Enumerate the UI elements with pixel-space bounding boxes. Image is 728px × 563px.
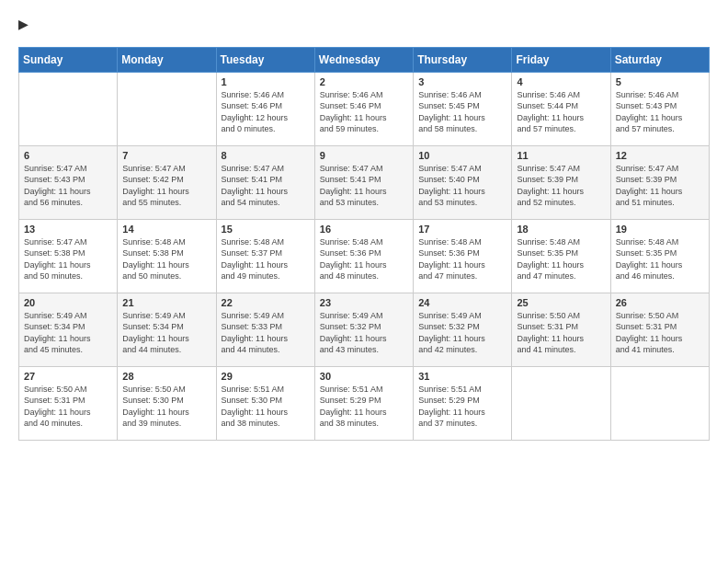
calendar-cell: 5Sunrise: 5:46 AM Sunset: 5:43 PM Daylig… [610,72,709,145]
day-number: 29 [222,371,310,382]
calendar-cell: 4Sunrise: 5:46 AM Sunset: 5:44 PM Daylig… [512,72,610,145]
day-info: Sunrise: 5:48 AM Sunset: 5:35 PM Dayligh… [517,236,605,282]
calendar-cell: 22Sunrise: 5:49 AM Sunset: 5:33 PM Dayli… [216,293,314,366]
calendar-cell: 9Sunrise: 5:47 AM Sunset: 5:41 PM Daylig… [314,145,413,219]
day-info: Sunrise: 5:48 AM Sunset: 5:37 PM Dayligh… [222,236,310,282]
calendar-cell: 30Sunrise: 5:51 AM Sunset: 5:29 PM Dayli… [314,366,413,440]
day-info: Sunrise: 5:50 AM Sunset: 5:31 PM Dayligh… [24,384,112,430]
calendar-cell: 1Sunrise: 5:46 AM Sunset: 5:46 PM Daylig… [216,72,314,145]
day-info: Sunrise: 5:47 AM Sunset: 5:43 PM Dayligh… [24,163,112,209]
day-info: Sunrise: 5:51 AM Sunset: 5:29 PM Dayligh… [320,384,408,430]
calendar-cell: 21Sunrise: 5:49 AM Sunset: 5:34 PM Dayli… [118,293,216,366]
day-number: 23 [320,297,408,308]
day-number: 20 [24,297,112,308]
day-number: 22 [222,297,310,308]
calendar-cell: 14Sunrise: 5:48 AM Sunset: 5:38 PM Dayli… [118,219,216,293]
day-number: 2 [320,76,408,87]
day-info: Sunrise: 5:46 AM Sunset: 5:46 PM Dayligh… [222,89,310,135]
weekday-header: Sunday [19,47,118,72]
day-number: 1 [222,76,310,87]
day-info: Sunrise: 5:46 AM Sunset: 5:44 PM Dayligh… [517,89,605,135]
weekday-header: Thursday [414,47,512,72]
calendar-cell [512,366,610,440]
calendar-cell: 18Sunrise: 5:48 AM Sunset: 5:35 PM Dayli… [512,219,610,293]
day-info: Sunrise: 5:49 AM Sunset: 5:32 PM Dayligh… [418,310,506,356]
day-info: Sunrise: 5:48 AM Sunset: 5:35 PM Dayligh… [616,236,704,282]
calendar-cell: 3Sunrise: 5:46 AM Sunset: 5:45 PM Daylig… [414,72,512,145]
day-info: Sunrise: 5:47 AM Sunset: 5:40 PM Dayligh… [418,163,506,209]
calendar-cell: 26Sunrise: 5:50 AM Sunset: 5:31 PM Dayli… [610,293,709,366]
calendar-table: SundayMondayTuesdayWednesdayThursdayFrid… [18,47,710,441]
day-number: 13 [24,224,112,235]
day-number: 10 [418,150,506,161]
day-info: Sunrise: 5:47 AM Sunset: 5:39 PM Dayligh… [517,163,605,209]
day-number: 31 [418,371,506,382]
calendar-cell: 16Sunrise: 5:48 AM Sunset: 5:36 PM Dayli… [314,219,413,293]
day-number: 15 [222,224,310,235]
day-number: 21 [122,297,210,308]
day-info: Sunrise: 5:51 AM Sunset: 5:30 PM Dayligh… [222,384,310,430]
calendar-cell: 13Sunrise: 5:47 AM Sunset: 5:38 PM Dayli… [19,219,118,293]
calendar-cell: 23Sunrise: 5:49 AM Sunset: 5:32 PM Dayli… [314,293,413,366]
day-number: 11 [517,150,605,161]
day-info: Sunrise: 5:49 AM Sunset: 5:33 PM Dayligh… [222,310,310,356]
day-number: 3 [418,76,506,87]
day-number: 24 [418,297,506,308]
day-info: Sunrise: 5:47 AM Sunset: 5:41 PM Dayligh… [320,163,408,209]
day-number: 17 [418,224,506,235]
calendar-cell: 31Sunrise: 5:51 AM Sunset: 5:29 PM Dayli… [414,366,512,440]
day-number: 12 [616,150,704,161]
calendar-cell: 12Sunrise: 5:47 AM Sunset: 5:39 PM Dayli… [610,145,709,219]
calendar-cell: 25Sunrise: 5:50 AM Sunset: 5:31 PM Dayli… [512,293,610,366]
weekday-header: Tuesday [216,47,314,72]
day-info: Sunrise: 5:46 AM Sunset: 5:46 PM Dayligh… [320,89,408,135]
calendar-cell [610,366,709,440]
calendar-cell: 17Sunrise: 5:48 AM Sunset: 5:36 PM Dayli… [414,219,512,293]
calendar-cell: 2Sunrise: 5:46 AM Sunset: 5:46 PM Daylig… [314,72,413,145]
day-info: Sunrise: 5:47 AM Sunset: 5:42 PM Dayligh… [122,163,210,209]
day-info: Sunrise: 5:50 AM Sunset: 5:30 PM Dayligh… [122,384,210,430]
calendar-cell: 11Sunrise: 5:47 AM Sunset: 5:39 PM Dayli… [512,145,610,219]
day-number: 9 [320,150,408,161]
day-info: Sunrise: 5:47 AM Sunset: 5:41 PM Dayligh… [222,163,310,209]
day-info: Sunrise: 5:50 AM Sunset: 5:31 PM Dayligh… [616,310,704,356]
day-info: Sunrise: 5:48 AM Sunset: 5:38 PM Dayligh… [122,236,210,282]
day-number: 4 [517,76,605,87]
calendar-cell: 28Sunrise: 5:50 AM Sunset: 5:30 PM Dayli… [118,366,216,440]
weekday-header: Wednesday [314,47,413,72]
day-number: 14 [122,224,210,235]
page-header: ▶ [18,18,710,38]
day-number: 7 [122,150,210,161]
day-info: Sunrise: 5:49 AM Sunset: 5:32 PM Dayligh… [320,310,408,356]
day-info: Sunrise: 5:47 AM Sunset: 5:39 PM Dayligh… [616,163,704,209]
calendar-cell: 15Sunrise: 5:48 AM Sunset: 5:37 PM Dayli… [216,219,314,293]
calendar-cell: 24Sunrise: 5:49 AM Sunset: 5:32 PM Dayli… [414,293,512,366]
logo: ▶ [18,18,28,38]
calendar-cell: 10Sunrise: 5:47 AM Sunset: 5:40 PM Dayli… [414,145,512,219]
day-info: Sunrise: 5:46 AM Sunset: 5:43 PM Dayligh… [616,89,704,135]
calendar-cell [118,72,216,145]
calendar-cell: 19Sunrise: 5:48 AM Sunset: 5:35 PM Dayli… [610,219,709,293]
day-number: 19 [616,224,704,235]
day-info: Sunrise: 5:51 AM Sunset: 5:29 PM Dayligh… [418,384,506,430]
calendar-cell: 27Sunrise: 5:50 AM Sunset: 5:31 PM Dayli… [19,366,118,440]
day-number: 30 [320,371,408,382]
day-number: 6 [24,150,112,161]
day-number: 16 [320,224,408,235]
day-info: Sunrise: 5:49 AM Sunset: 5:34 PM Dayligh… [122,310,210,356]
day-number: 25 [517,297,605,308]
weekday-header: Friday [512,47,610,72]
weekday-header: Saturday [610,47,709,72]
calendar-cell: 8Sunrise: 5:47 AM Sunset: 5:41 PM Daylig… [216,145,314,219]
day-number: 28 [122,371,210,382]
day-info: Sunrise: 5:50 AM Sunset: 5:31 PM Dayligh… [517,310,605,356]
day-info: Sunrise: 5:49 AM Sunset: 5:34 PM Dayligh… [24,310,112,356]
day-info: Sunrise: 5:48 AM Sunset: 5:36 PM Dayligh… [418,236,506,282]
day-number: 27 [24,371,112,382]
day-number: 8 [222,150,310,161]
calendar-cell: 7Sunrise: 5:47 AM Sunset: 5:42 PM Daylig… [118,145,216,219]
calendar-cell: 6Sunrise: 5:47 AM Sunset: 5:43 PM Daylig… [19,145,118,219]
day-info: Sunrise: 5:46 AM Sunset: 5:45 PM Dayligh… [418,89,506,135]
day-number: 26 [616,297,704,308]
calendar-cell: 29Sunrise: 5:51 AM Sunset: 5:30 PM Dayli… [216,366,314,440]
